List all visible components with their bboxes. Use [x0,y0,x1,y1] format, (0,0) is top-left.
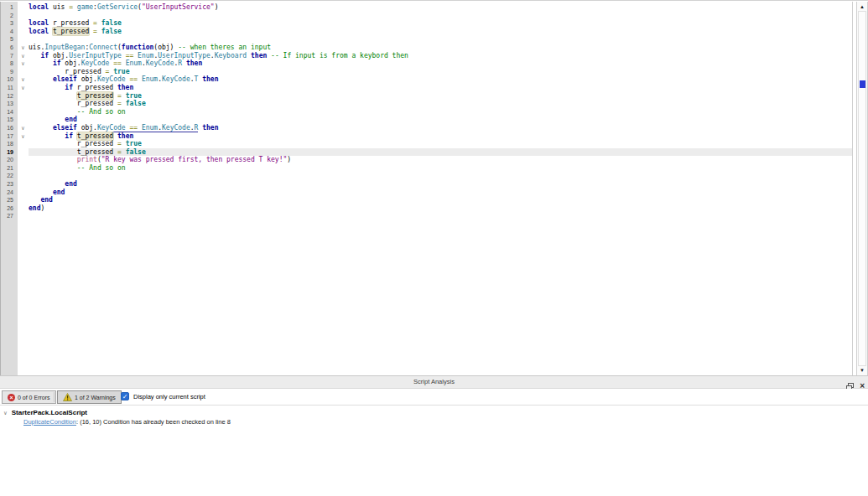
fold-gutter [18,212,29,220]
code-text [29,172,852,180]
roblox-studio-script-editor: 1local uis = game:GetService("UserInputS… [0,0,868,496]
code-line[interactable]: 24 end [0,189,852,197]
code-text: local t_pressed = false [29,28,852,36]
line-number: 26 [0,204,18,213]
warning-message: : (16, 10) Condition has already been ch… [76,418,231,426]
fold-gutter [18,172,29,180]
fold-gutter [18,100,29,108]
code-line[interactable]: 14 -- And so on [0,108,852,116]
code-text: -- And so on [29,164,852,173]
code-line[interactable]: 26end) [0,204,852,213]
line-number: 19 [0,148,18,157]
tree-item-warning[interactable]: DuplicateCondition: (16, 10) Condition h… [23,418,231,426]
code-editor[interactable]: 1local uis = game:GetService("UserInputS… [0,2,853,375]
code-text: end [29,189,852,197]
line-number: 15 [0,116,18,124]
code-line[interactable]: 16∨ elseif obj.KeyCode == Enum.KeyCode.R… [0,124,852,132]
fold-gutter [18,19,29,28]
fold-arrow-icon[interactable]: ∨ [18,84,29,92]
code-text: if obj.KeyCode == Enum.KeyCode.R then [29,59,852,68]
scroll-up-icon[interactable]: ▲ [857,3,867,10]
warning-icon [63,393,72,402]
line-number: 22 [0,172,18,180]
fold-arrow-icon[interactable]: ∨ [18,124,29,132]
code-line[interactable]: 19 t_pressed = false [0,148,852,157]
fold-arrow-icon[interactable]: ∨ [18,44,29,52]
tree-item-script[interactable]: ∨ StarterPack.LocalScript [3,409,87,416]
warning-rule-link[interactable]: DuplicateCondition [23,418,76,426]
line-number: 24 [0,189,18,197]
code-line[interactable]: 3local r_pressed = false [0,19,852,28]
fold-arrow-icon[interactable]: ∨ [18,132,29,141]
code-line[interactable]: 20 print("R key was pressed first, then … [0,156,852,164]
scrollbar-thumb[interactable] [858,11,866,366]
tree-expander-icon[interactable]: ∨ [3,410,8,416]
toolbar-separator [54,392,55,402]
code-line[interactable]: 17∨ if t_pressed then [0,132,852,141]
code-text: local r_pressed = false [29,19,852,28]
code-text: r_pressed = false [29,100,852,108]
errors-filter-button[interactable]: × 0 of 0 Errors [2,390,56,404]
script-analysis-results: ∨ StarterPack.LocalScript DuplicateCondi… [0,406,868,496]
code-line[interactable]: 5 [0,35,852,44]
line-number: 25 [0,196,18,204]
code-line[interactable]: 21 -- And so on [0,164,852,173]
code-text: end) [29,204,852,213]
fold-gutter [18,189,29,197]
line-number: 5 [0,35,18,44]
warnings-filter-button[interactable]: 1 of 2 Warnings [57,390,122,404]
line-number: 2 [0,12,18,20]
code-line[interactable]: 11∨ if r_pressed then [0,84,852,92]
code-line[interactable]: 8∨ if obj.KeyCode == Enum.KeyCode.R then [0,59,852,68]
fold-gutter [18,92,29,101]
line-number: 10 [0,75,18,84]
fold-gutter [18,12,29,20]
error-icon: × [8,394,15,401]
line-number: 18 [0,140,18,148]
code-line[interactable]: 15 end [0,116,852,124]
fold-arrow-icon[interactable]: ∨ [18,75,29,84]
code-text: end [29,116,852,124]
code-line[interactable]: 9 r_pressed = true [0,68,852,76]
fold-gutter [18,140,29,148]
code-line[interactable]: 4local t_pressed = false [0,28,852,36]
scroll-down-icon[interactable]: ▼ [857,367,867,374]
line-number: 7 [0,52,18,60]
vertical-scrollbar[interactable]: ▲ ▼ [856,2,868,375]
line-number: 17 [0,132,18,141]
fold-gutter [18,148,29,157]
fold-gutter [18,116,29,124]
fold-arrow-icon[interactable]: ∨ [18,52,29,60]
code-line[interactable]: 13 r_pressed = false [0,100,852,108]
line-number: 4 [0,28,18,36]
code-line[interactable]: 6∨uis.InputBegan:Connect(function(obj) -… [0,44,852,52]
display-only-current-script-checkbox[interactable]: ✓ [121,392,129,400]
line-number: 21 [0,164,18,173]
line-number: 14 [0,108,18,116]
line-number: 1 [0,3,18,12]
code-text: r_pressed = true [29,140,852,148]
line-number: 3 [0,19,18,28]
code-line[interactable]: 27 [0,212,852,220]
code-text: uis.InputBegan:Connect(function(obj) -- … [29,44,852,52]
line-number: 20 [0,156,18,164]
code-line[interactable]: 25 end [0,196,852,204]
code-text: if t_pressed then [29,132,852,141]
script-analysis-titlebar: Script Analysis × [0,375,868,389]
code-line[interactable]: 18 r_pressed = true [0,140,852,148]
code-line[interactable]: 7∨ if obj.UserInputType == Enum.UserInpu… [0,52,852,60]
code-text: t_pressed = false [29,148,852,157]
fold-arrow-icon[interactable]: ∨ [18,59,29,68]
line-number: 13 [0,100,18,108]
line-number: 16 [0,124,18,132]
fold-gutter [18,28,29,36]
code-line[interactable]: 23 end [0,180,852,189]
line-number: 12 [0,92,18,101]
code-line[interactable]: 10∨ elseif obj.KeyCode == Enum.KeyCode.T… [0,75,852,84]
code-line[interactable]: 2 [0,12,852,20]
code-line[interactable]: 12 t_pressed = true [0,92,852,101]
code-text: local uis = game:GetService("UserInputSe… [29,3,852,12]
code-line[interactable]: 22 [0,172,852,180]
line-number: 23 [0,180,18,189]
code-line[interactable]: 1local uis = game:GetService("UserInputS… [0,3,852,12]
